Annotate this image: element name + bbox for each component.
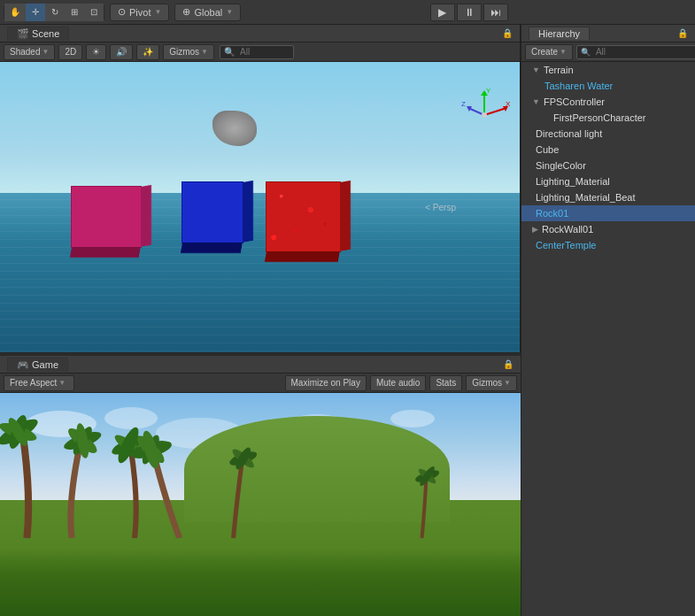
play-button[interactable]: ▶ [430,4,455,21]
hierarchy-arrow-terrain[interactable]: ▼ [532,65,540,74]
game-gizmos-dropdown[interactable]: Gizmos ▼ [466,375,517,391]
game-tab[interactable]: 🎮 Game [7,358,68,372]
gizmos-dropdown[interactable]: Gizmos ▼ [163,44,214,60]
search-icon: 🔍 [224,47,235,57]
hierarchy-arrow-rockwall01[interactable]: ▶ [532,225,538,234]
audio-button[interactable]: 🔊 [110,44,133,60]
hierarchy-item-center-temple[interactable]: CenterTemple [521,237,695,253]
hierarchy-item-rock01[interactable]: Rock01 [521,205,695,221]
maximize-label: Maximize on Play [291,378,360,388]
hierarchy-label-fps-controller: FPSController [544,96,605,107]
game-viewport[interactable] [0,393,521,616]
hierarchy-label-cube: Cube [536,144,559,155]
2d-label: 2D [65,47,76,57]
game-tab-label: Game [32,359,58,370]
hierarchy-item-fps-controller[interactable]: ▼FPSController [521,94,695,110]
hierarchy-label-rockwall01: RockWall01 [542,224,593,235]
right-panel: Hierarchy 🔒 Create ▼ 🔍 ▼TerrainTasharen … [521,25,695,616]
scene-cube-red [266,181,341,252]
main-content: 🎬 Scene 🔒 Shaded ▼ 2D ☀ 🔊 ✨ Gizmos [0,25,695,616]
hierarchy-label-tasharen-water: Tasharen Water [544,81,613,91]
hierarchy-item-terrain[interactable]: ▼Terrain [521,62,695,78]
pause-button[interactable]: ⏸ [457,4,482,21]
shaded-dropdown[interactable]: Shaded ▼ [4,44,55,60]
gizmos-label: Gizmos [169,47,199,57]
hierarchy-tab-label: Hierarchy [538,28,580,39]
transform-tools: ✋ ✛ ↻ ⊞ ⊡ [4,4,104,21]
game-panel: 🎮 Game 🔒 Free Aspect ▼ Maximize on Play … [0,356,521,616]
scene-icon: 🎬 [17,28,29,39]
svg-text:Y: Y [486,89,491,95]
hierarchy-label-single-color: SingleColor [536,160,586,171]
2d-button[interactable]: 2D [58,44,82,60]
scene-search-input[interactable] [236,45,290,59]
maximize-on-play-button[interactable]: Maximize on Play [285,375,367,391]
palm-trees-svg [0,393,521,538]
game-panel-header: 🎮 Game 🔒 [0,356,521,373]
hierarchy-item-single-color[interactable]: SingleColor [521,158,695,173]
move-tool-button[interactable]: ✛ [26,4,45,21]
svg-point-9 [482,112,487,118]
scene-viewport[interactable]: < Persp Y X Z [0,62,520,352]
hierarchy-label-rock01: Rock01 [536,208,568,219]
hierarchy-label-directional-light: Directional light [536,128,602,139]
hierarchy-item-directional-light[interactable]: Directional light [521,126,695,142]
hierarchy-search-input[interactable] [592,45,695,59]
hand-tool-button[interactable]: ✋ [4,4,26,21]
svg-text:X: X [506,100,511,108]
scene-sky [0,62,520,193]
scene-lock-icon: 🔒 [502,28,513,38]
light-button[interactable]: ☀ [86,44,106,60]
hierarchy-header: Hierarchy 🔒 [521,25,695,42]
rotate-tool-button[interactable]: ↻ [45,4,65,21]
rect-tool-button[interactable]: ⊡ [84,4,104,21]
scene-toolbar: Shaded ▼ 2D ☀ 🔊 ✨ Gizmos ▼ 🔍 [0,42,520,62]
game-gizmos-arrow: ▼ [504,379,511,387]
hierarchy-content: ▼TerrainTasharen Water▼FPSControllerFirs… [521,62,695,616]
foreground-vegetation [0,549,521,616]
hierarchy-item-rockwall01[interactable]: ▶RockWall01 [521,221,695,237]
game-gizmos-label: Gizmos [472,378,502,388]
fx-button[interactable]: ✨ [136,44,159,60]
mute-audio-button[interactable]: Mute audio [370,375,426,391]
scene-panel-header: 🎬 Scene 🔒 [0,25,520,42]
hierarchy-label-first-person-character: FirstPersonCharacter [553,112,646,123]
stats-label: Stats [436,378,456,388]
game-lock-icon: 🔒 [503,359,514,369]
aspect-arrow: ▼ [58,379,66,387]
pivot-dropdown[interactable]: ⊙ Pivot ▼ [110,4,169,21]
gizmo-axes: Y X Z [458,89,511,142]
scene-tab-label: Scene [32,28,59,39]
hierarchy-label-terrain: Terrain [544,65,574,75]
create-dropdown[interactable]: Create ▼ [525,44,573,60]
aspect-dropdown[interactable]: Free Aspect ▼ [4,375,74,391]
global-dropdown[interactable]: ⊕ Global ▼ [174,4,241,21]
pivot-icon: ⊙ [118,6,126,18]
hierarchy-item-lighting-material[interactable]: Lighting_Material [521,173,695,189]
hierarchy-toolbar: Create ▼ 🔍 [521,42,695,62]
hierarchy-lock-icon: 🔒 [677,28,688,38]
step-button[interactable]: ⏭ [483,4,508,21]
game-icon: 🎮 [17,359,29,370]
hierarchy-search-icon: 🔍 [581,48,591,57]
scene-tab[interactable]: 🎬 Scene [7,27,69,41]
global-icon: ⊕ [182,6,190,18]
pivot-label: Pivot [129,7,151,18]
create-arrow: ▼ [560,48,567,56]
gizmos-arrow: ▼ [201,48,208,56]
hierarchy-item-tasharen-water[interactable]: Tasharen Water [521,78,695,94]
global-arrow: ▼ [226,8,233,16]
mute-label: Mute audio [376,378,420,388]
persp-label: < Persp [425,203,456,212]
hierarchy-tab[interactable]: Hierarchy [529,27,590,40]
game-toolbar: Free Aspect ▼ Maximize on Play Mute audi… [0,373,521,393]
scene-panel: 🎬 Scene 🔒 Shaded ▼ 2D ☀ 🔊 ✨ Gizmos [0,25,521,352]
hierarchy-item-cube[interactable]: Cube [521,142,695,158]
hierarchy-arrow-fps-controller[interactable]: ▼ [532,97,540,106]
hierarchy-item-lighting-material-beat[interactable]: Lighting_Material_Beat [521,189,695,205]
stats-button[interactable]: Stats [429,375,462,391]
scale-tool-button[interactable]: ⊞ [65,4,84,21]
top-toolbar: ✋ ✛ ↻ ⊞ ⊡ ⊙ Pivot ▼ ⊕ Global ▼ ▶ ⏸ ⏭ [0,0,695,25]
shaded-label: Shaded [10,47,40,57]
hierarchy-item-first-person-character[interactable]: FirstPersonCharacter [521,110,695,126]
